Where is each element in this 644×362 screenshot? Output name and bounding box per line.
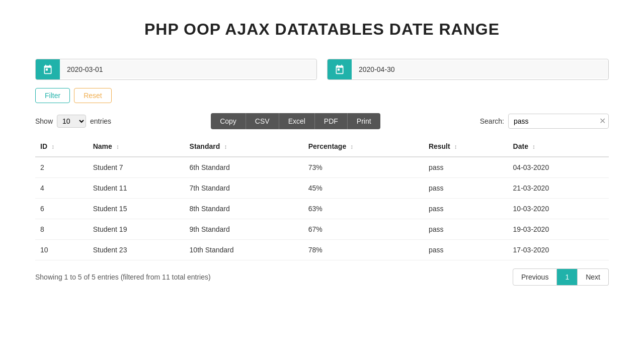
cell-name: Student 23 [88, 240, 185, 260]
filter-row: Filter Reset [35, 88, 609, 103]
cell-id: 4 [35, 178, 88, 199]
table-row: 6Student 158th Standard63%pass10-03-2020 [35, 199, 609, 219]
sort-icon-name: ↕ [116, 143, 119, 150]
pdf-button[interactable]: PDF [315, 113, 348, 129]
end-date-input[interactable] [352, 60, 608, 78]
col-result-label: Result [429, 142, 450, 150]
end-date-icon [328, 59, 352, 79]
page-title: PHP OOP AJAX DATATABLES DATE RANGE [35, 20, 609, 39]
csv-button[interactable]: CSV [246, 113, 279, 129]
cell-standard: 9th Standard [185, 219, 303, 240]
table-row: 8Student 199th Standard67%pass19-03-2020 [35, 219, 609, 240]
showing-info: Showing 1 to 5 of 5 entries (filtered fr… [35, 273, 211, 281]
cell-result: pass [424, 157, 508, 178]
col-id-label: ID [40, 142, 47, 150]
next-button[interactable]: Next [578, 268, 609, 286]
cell-result: pass [424, 199, 508, 219]
previous-button[interactable]: Previous [513, 268, 557, 286]
data-table: ID ↕ Name ↕ Standard ↕ Percentage ↕ Resu… [35, 136, 609, 260]
table-header-row: ID ↕ Name ↕ Standard ↕ Percentage ↕ Resu… [35, 136, 609, 157]
sort-icon-id: ↕ [51, 143, 54, 150]
show-label: Show [35, 117, 53, 125]
cell-date: 17-03-2020 [508, 240, 609, 260]
cell-percentage: 73% [303, 157, 424, 178]
cell-percentage: 63% [303, 199, 424, 219]
entries-select[interactable]: 10 25 50 100 [57, 115, 86, 128]
col-name[interactable]: Name ↕ [88, 136, 185, 157]
table-row: 2Student 76th Standard73%pass04-03-2020 [35, 157, 609, 178]
cell-id: 2 [35, 157, 88, 178]
cell-percentage: 67% [303, 219, 424, 240]
start-date-icon [36, 59, 60, 79]
sort-icon-result: ↕ [454, 143, 457, 150]
sort-icon-date: ↕ [532, 143, 535, 150]
entries-suffix: entries [90, 117, 111, 125]
export-buttons: Copy CSV Excel PDF Print [211, 113, 380, 129]
cell-id: 8 [35, 219, 88, 240]
search-clear-button[interactable]: ✕ [599, 117, 606, 125]
start-date-input[interactable] [60, 60, 316, 78]
cell-date: 19-03-2020 [508, 219, 609, 240]
cell-percentage: 45% [303, 178, 424, 199]
cell-standard: 10th Standard [185, 240, 303, 260]
cell-id: 6 [35, 199, 88, 219]
cell-name: Student 19 [88, 219, 185, 240]
pagination: Previous 1 Next [513, 268, 609, 286]
date-range-row [35, 59, 609, 80]
search-input-wrapper: ✕ [508, 114, 609, 129]
cell-id: 10 [35, 240, 88, 260]
excel-button[interactable]: Excel [279, 113, 315, 129]
cell-standard: 7th Standard [185, 178, 303, 199]
table-footer: Showing 1 to 5 of 5 entries (filtered fr… [35, 268, 609, 286]
calendar-icon-2 [335, 64, 345, 74]
cell-result: pass [424, 240, 508, 260]
cell-result: pass [424, 178, 508, 199]
page-1-button[interactable]: 1 [557, 268, 578, 286]
table-controls: Show 10 25 50 100 entries Copy CSV Excel… [35, 113, 609, 129]
col-standard-label: Standard [190, 142, 220, 150]
col-date[interactable]: Date ↕ [508, 136, 609, 157]
col-percentage-label: Percentage [308, 142, 346, 150]
show-entries: Show 10 25 50 100 entries [35, 115, 111, 128]
cell-date: 04-03-2020 [508, 157, 609, 178]
start-date-group [35, 59, 317, 80]
col-result[interactable]: Result ↕ [424, 136, 508, 157]
col-percentage[interactable]: Percentage ↕ [303, 136, 424, 157]
filter-button[interactable]: Filter [35, 88, 70, 103]
col-standard[interactable]: Standard ↕ [185, 136, 303, 157]
col-id[interactable]: ID ↕ [35, 136, 88, 157]
search-input[interactable] [508, 114, 609, 129]
search-label: Search: [480, 117, 504, 125]
cell-standard: 6th Standard [185, 157, 303, 178]
sort-icon-standard: ↕ [224, 143, 227, 150]
calendar-icon [43, 64, 53, 74]
table-row: 10Student 2310th Standard78%pass17-03-20… [35, 240, 609, 260]
cell-percentage: 78% [303, 240, 424, 260]
end-date-group [327, 59, 609, 80]
search-row: Search: ✕ [480, 114, 609, 129]
col-name-label: Name [93, 142, 112, 150]
cell-name: Student 7 [88, 157, 185, 178]
reset-button[interactable]: Reset [74, 88, 112, 103]
print-button[interactable]: Print [348, 113, 380, 129]
cell-date: 10-03-2020 [508, 199, 609, 219]
cell-name: Student 15 [88, 199, 185, 219]
col-date-label: Date [513, 142, 528, 150]
cell-name: Student 11 [88, 178, 185, 199]
cell-standard: 8th Standard [185, 199, 303, 219]
sort-icon-percentage: ↕ [350, 143, 353, 150]
cell-result: pass [424, 219, 508, 240]
cell-date: 21-03-2020 [508, 178, 609, 199]
copy-button[interactable]: Copy [211, 113, 246, 129]
table-row: 4Student 117th Standard45%pass21-03-2020 [35, 178, 609, 199]
